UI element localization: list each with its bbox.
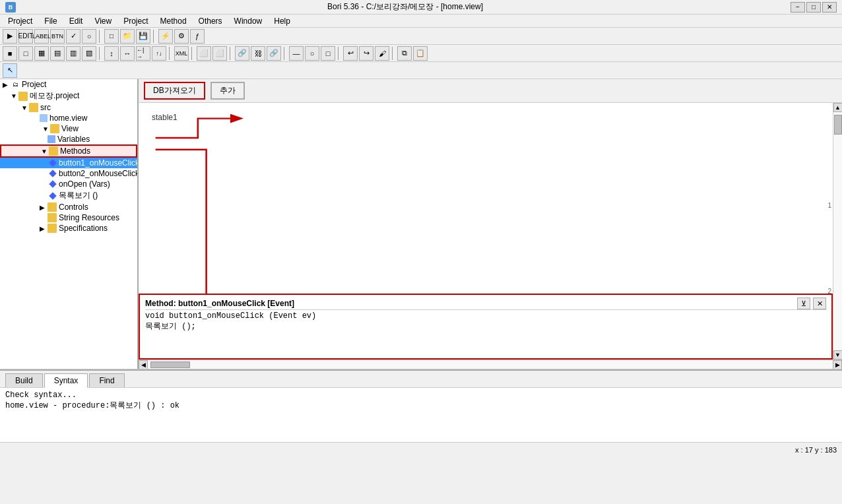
tree-item-button1[interactable]: button1_onMouseClick (Event): [0, 158, 137, 168]
main-area: ▶ 🗂 Project ▼ 메모장.project ▼ src home.vie…: [0, 79, 842, 369]
hscroll-left-btn[interactable]: ◀: [139, 360, 148, 369]
tb2-btn7[interactable]: ↕: [104, 46, 119, 61]
tb2-btn6[interactable]: ▧: [82, 46, 96, 61]
method-close-btn[interactable]: ✕: [813, 298, 826, 309]
variables-icon: [48, 135, 55, 143]
scroll-thumb[interactable]: [834, 115, 842, 135]
menu-edit[interactable]: Edit: [64, 15, 88, 27]
toolbar-gear-btn[interactable]: ⚙: [174, 29, 189, 44]
controls-icon: [48, 203, 57, 212]
minimize-button[interactable]: −: [791, 2, 805, 13]
tb2-btn2[interactable]: □: [18, 46, 33, 61]
tree-item-project[interactable]: ▶ 🗂 Project: [0, 79, 137, 90]
toolbar-save-btn[interactable]: 💾: [136, 29, 150, 44]
tb2-paint-btn[interactable]: 🖌: [375, 46, 389, 61]
tb2-chain-btn[interactable]: 🔗: [267, 46, 281, 61]
tb2-btn5[interactable]: ▥: [66, 46, 81, 61]
tree-item-methods[interactable]: ▼ Methods: [0, 144, 137, 158]
tb3-select-btn[interactable]: ↖: [3, 63, 17, 78]
tb2-btn13[interactable]: ⬜: [212, 46, 227, 61]
tree-item-src[interactable]: ▼ src: [0, 102, 137, 113]
tb2-link-btn[interactable]: 🔗: [235, 46, 249, 61]
canvas-marker-1: 1: [827, 202, 831, 209]
tb2-btn10[interactable]: ↑↓: [152, 46, 166, 61]
menubar: Project File Edit View Project Method Ot…: [0, 15, 842, 28]
method-signature: void button1_onMouseClick (Event ev): [145, 311, 826, 321]
toolbar-check-btn[interactable]: ✓: [66, 29, 81, 44]
tb2-btn4[interactable]: ▤: [50, 46, 65, 61]
tb2-btn1[interactable]: ■: [3, 46, 17, 61]
tb2-rect-btn[interactable]: □: [321, 46, 335, 61]
project-icon: 🗂: [11, 80, 20, 89]
left-panel: ▶ 🗂 Project ▼ 메모장.project ▼ src home.vie…: [0, 79, 139, 369]
tab-build[interactable]: Build: [5, 373, 43, 387]
tree-item-view[interactable]: ▼ View: [0, 123, 137, 134]
bottom-panel: Build Syntax Find Check syntax... home.v…: [0, 369, 842, 442]
tree-item-onopen[interactable]: onOpen (Vars): [0, 179, 137, 189]
toolbar-edit-btn[interactable]: EDIT: [18, 29, 33, 44]
menu-view[interactable]: View: [89, 15, 117, 27]
design-toolbar: DB가져오기 추가: [139, 79, 842, 103]
maximize-button[interactable]: □: [806, 2, 821, 13]
view-icon: [40, 114, 48, 122]
tb2-paste-btn[interactable]: 📋: [413, 46, 428, 61]
tree-item-memo[interactable]: ▼ 메모장.project: [0, 90, 137, 102]
status-position: x : 17 y : 183: [795, 446, 837, 454]
db-import-button[interactable]: DB가져오기: [144, 82, 205, 100]
toolbar-btn-btn[interactable]: BTN: [50, 29, 65, 44]
method-expand-btn[interactable]: ⊻: [797, 298, 810, 309]
method-header: Method: button1_onMouseClick [Event]: [145, 298, 826, 310]
hscroll-right-btn[interactable]: ▶: [833, 360, 842, 369]
add-button[interactable]: 추가: [210, 82, 245, 100]
canvas-hscroll: ◀ ▶: [139, 360, 842, 369]
tb2-redo-btn[interactable]: ↪: [359, 46, 373, 61]
tb2-btn12[interactable]: ⬜: [197, 46, 211, 61]
app-logo: B: [5, 2, 16, 13]
hscroll-thumb[interactable]: [150, 362, 190, 368]
tab-syntax[interactable]: Syntax: [44, 373, 88, 388]
tb2-btn8[interactable]: ↔: [120, 46, 135, 61]
menu-window[interactable]: Window: [229, 15, 268, 27]
toolbar-circle-btn[interactable]: ○: [82, 29, 96, 44]
hscroll-track: [148, 361, 833, 369]
menu-others[interactable]: Others: [193, 15, 228, 27]
tb2-oval-btn[interactable]: ○: [305, 46, 319, 61]
scroll-up-btn[interactable]: ▲: [833, 103, 843, 112]
canvas-area: stable1 1 2: [139, 103, 833, 360]
tree-item-button2[interactable]: button2_onMouseClick (Event): [0, 168, 137, 179]
tb2-unlink-btn[interactable]: ⛓: [251, 46, 265, 61]
toolbar-new-btn[interactable]: □: [104, 29, 119, 44]
tree-item-controls[interactable]: ▶ Controls: [0, 202, 137, 212]
tb2-btn11[interactable]: XML: [174, 46, 189, 61]
tb2-undo-btn[interactable]: ↩: [343, 46, 358, 61]
statusbar: x : 17 y : 183: [0, 442, 842, 457]
canvas-stable-label: stable1: [152, 113, 178, 122]
bottom-line-1: Check syntax...: [5, 391, 837, 400]
tree-item-stringres[interactable]: String Resources: [0, 212, 137, 223]
menu-method[interactable]: Method: [155, 15, 192, 27]
tb2-copy-btn[interactable]: ⧉: [397, 46, 412, 61]
menu-project2[interactable]: Project: [118, 15, 153, 27]
tree-item-variables[interactable]: Variables: [0, 134, 137, 144]
tree-item-listview[interactable]: 목록보기 (): [0, 189, 137, 202]
menu-project[interactable]: Project: [3, 15, 38, 27]
toolbar2: ■ □ ▦ ▤ ▥ ▧ ↕ ↔ ←|→ ↑↓ XML ⬜ ⬜ 🔗 ⛓ 🔗 — ○…: [0, 45, 842, 62]
tb2-btn9[interactable]: ←|→: [136, 46, 150, 61]
toolbar1: ▶ EDIT LABEL BTN ✓ ○ □ 📁 💾 ⚡ ⚙ ƒ: [0, 28, 842, 45]
menu-help[interactable]: Help: [269, 15, 296, 27]
close-button[interactable]: ✕: [822, 2, 837, 13]
scroll-down-btn[interactable]: ▼: [833, 350, 843, 360]
tree-item-homeview[interactable]: home.view: [0, 113, 137, 123]
toolbar-open-btn[interactable]: 📁: [120, 29, 135, 44]
toolbar-func-btn[interactable]: ƒ: [190, 29, 205, 44]
tab-find[interactable]: Find: [89, 373, 124, 387]
toolbar-label-btn[interactable]: LABEL: [34, 29, 49, 44]
toolbar-run-btn[interactable]: ▶: [3, 29, 17, 44]
toolbar-bolt-btn[interactable]: ⚡: [158, 29, 173, 44]
menu-file[interactable]: File: [39, 15, 62, 27]
right-scrollbar: ▲ ▼: [833, 103, 842, 360]
tree-item-specifications[interactable]: ▶ Specifications: [0, 223, 137, 234]
tb2-btn3[interactable]: ▦: [34, 46, 49, 61]
stringres-icon: [48, 213, 57, 222]
tb2-line-btn[interactable]: —: [289, 46, 304, 61]
